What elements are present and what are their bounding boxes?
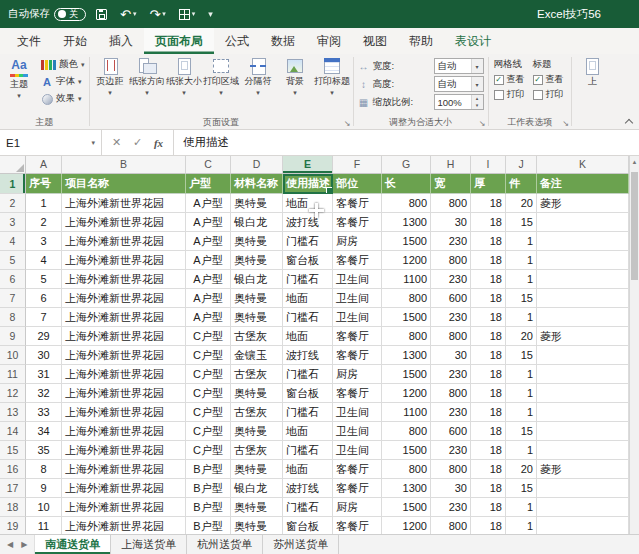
cell-G2[interactable]: 800 (382, 194, 431, 213)
ribbon-tab-table-design[interactable]: 表设计 (444, 28, 502, 54)
cell-B19[interactable]: 上海外滩新世界花园 (62, 517, 186, 534)
scroll-up-icon[interactable]: ▲ (630, 156, 639, 169)
cell-G11[interactable]: 1500 (382, 365, 431, 384)
cell-D18[interactable]: 奥特曼 (231, 498, 283, 517)
cell-H10[interactable]: 30 (431, 346, 471, 365)
cell-A16[interactable]: 8 (26, 460, 62, 479)
cell-E18[interactable]: 门槛石 (283, 498, 333, 517)
header-cell-B1[interactable]: 项目名称 (62, 174, 186, 194)
autosave-toggle[interactable]: 自动保存 关 (8, 7, 86, 21)
cell-H2[interactable]: 800 (431, 194, 471, 213)
cell-D3[interactable]: 银白龙 (231, 213, 283, 232)
cell-E6[interactable]: 门槛石 (283, 270, 333, 289)
cell-K2[interactable]: 菱形 (537, 194, 629, 213)
cell-H19[interactable]: 800 (431, 517, 471, 534)
cell-D12[interactable]: 奥特曼 (231, 384, 283, 403)
cell-D7[interactable]: 奥特曼 (231, 289, 283, 308)
dialog-launcher-icon[interactable]: ↘ (344, 120, 351, 128)
print-area-button[interactable]: 打印区域▾ (203, 56, 240, 97)
ribbon-tab-data[interactable]: 数据 (260, 28, 306, 54)
cell-I11[interactable]: 18 (471, 365, 506, 384)
theme-colors-button[interactable]: 颜色▾ (39, 56, 87, 73)
sheet-tab-nantong[interactable]: 南通送货单 (35, 535, 111, 554)
cell-C10[interactable]: C户型 (186, 346, 231, 365)
scale-input[interactable]: 100%▴▾ (434, 94, 484, 110)
cell-E10[interactable]: 波打线 (283, 346, 333, 365)
cell-A18[interactable]: 10 (26, 498, 62, 517)
cell-G5[interactable]: 1200 (382, 251, 431, 270)
scrollbar-thumb[interactable] (631, 172, 638, 280)
insert-function-button[interactable]: fx (148, 137, 169, 149)
cell-J2[interactable]: 20 (506, 194, 537, 213)
row-header-12[interactable]: 12 (0, 384, 26, 403)
cell-H8[interactable]: 230 (431, 308, 471, 327)
row-header-14[interactable]: 14 (0, 422, 26, 441)
cell-J17[interactable]: 15 (506, 479, 537, 498)
cell-A10[interactable]: 30 (26, 346, 62, 365)
cell-D2[interactable]: 奥特曼 (231, 194, 283, 213)
cell-D4[interactable]: 奥特曼 (231, 232, 283, 251)
cell-F12[interactable]: 客餐厅 (333, 384, 382, 403)
cell-K16[interactable]: 菱形 (537, 460, 629, 479)
formula-input[interactable]: 使用描述 (174, 130, 639, 155)
row-header-13[interactable]: 13 (0, 403, 26, 422)
cell-C6[interactable]: A户型 (186, 270, 231, 289)
cell-E4[interactable]: 门槛石 (283, 232, 333, 251)
undo-button[interactable]: ↶▾ (117, 3, 139, 25)
row-header-15[interactable]: 15 (0, 441, 26, 460)
column-header-F[interactable]: F (333, 156, 382, 174)
row-header-6[interactable]: 6 (0, 270, 26, 289)
cell-A6[interactable]: 5 (26, 270, 62, 289)
cell-K17[interactable] (537, 479, 629, 498)
cell-K8[interactable] (537, 308, 629, 327)
cell-I16[interactable]: 18 (471, 460, 506, 479)
cell-E9[interactable]: 地面 (283, 327, 333, 346)
cell-C3[interactable]: A户型 (186, 213, 231, 232)
gridlines-print-checkbox[interactable]: 打印 (494, 88, 525, 101)
cell-G6[interactable]: 1100 (382, 270, 431, 289)
cell-E7[interactable]: 地面 (283, 289, 333, 308)
cell-H18[interactable]: 230 (431, 498, 471, 517)
themes-button[interactable]: 主题 ▾ (2, 56, 36, 100)
dialog-launcher-icon[interactable]: ↘ (562, 120, 569, 128)
cell-I18[interactable]: 18 (471, 498, 506, 517)
cell-I2[interactable]: 18 (471, 194, 506, 213)
cell-E5[interactable]: 窗台板 (283, 251, 333, 270)
cell-I8[interactable]: 18 (471, 308, 506, 327)
cell-B11[interactable]: 上海外滩新世界花园 (62, 365, 186, 384)
cell-C18[interactable]: B户型 (186, 498, 231, 517)
cell-F11[interactable]: 厨房 (333, 365, 382, 384)
cell-D17[interactable]: 银白龙 (231, 479, 283, 498)
cell-F17[interactable]: 客餐厅 (333, 479, 382, 498)
sheet-tab-hangzhou[interactable]: 杭州送货单 (187, 535, 263, 554)
header-cell-I1[interactable]: 厚 (471, 174, 506, 194)
cell-A4[interactable]: 3 (26, 232, 62, 251)
cell-E12[interactable]: 窗台板 (283, 384, 333, 403)
cell-B15[interactable]: 上海外滩新世界花园 (62, 441, 186, 460)
header-cell-H1[interactable]: 宽 (431, 174, 471, 194)
cell-E19[interactable]: 窗台板 (283, 517, 333, 534)
cell-I6[interactable]: 18 (471, 270, 506, 289)
cell-K12[interactable] (537, 384, 629, 403)
header-cell-D1[interactable]: 材料名称 (231, 174, 283, 194)
cell-B9[interactable]: 上海外滩新世界花园 (62, 327, 186, 346)
cell-H12[interactable]: 800 (431, 384, 471, 403)
customize-qat-button[interactable]: ▾ (205, 3, 216, 25)
column-header-A[interactable]: A (26, 156, 62, 174)
cell-G17[interactable]: 1300 (382, 479, 431, 498)
row-header-4[interactable]: 4 (0, 232, 26, 251)
column-header-G[interactable]: G (382, 156, 431, 174)
cell-C17[interactable]: B户型 (186, 479, 231, 498)
cell-C12[interactable]: C户型 (186, 384, 231, 403)
height-select[interactable]: 自动▾ (434, 76, 484, 92)
cell-F13[interactable]: 卫生间 (333, 403, 382, 422)
cell-G16[interactable]: 800 (382, 460, 431, 479)
cell-A3[interactable]: 2 (26, 213, 62, 232)
cell-K4[interactable] (537, 232, 629, 251)
cell-K14[interactable] (537, 422, 629, 441)
cell-G12[interactable]: 1200 (382, 384, 431, 403)
row-header-9[interactable]: 9 (0, 327, 26, 346)
header-cell-J1[interactable]: 件 (506, 174, 537, 194)
cell-D13[interactable]: 古堡灰 (231, 403, 283, 422)
cell-K19[interactable] (537, 517, 629, 534)
